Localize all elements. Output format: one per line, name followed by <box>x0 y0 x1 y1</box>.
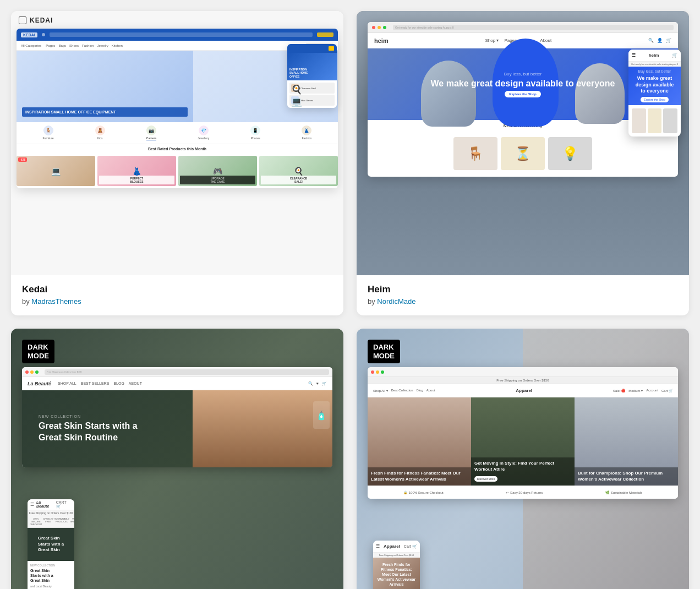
close-dot <box>372 26 375 29</box>
labeaute-darkmode-badge: DARKMODE <box>22 340 54 363</box>
kedai-mobile: KEDAI INSPIRATIONSMALL HOMEOFFICE 🍳 Clea… <box>287 44 337 108</box>
kedai-category-kids[interactable]: 🧸 Kids <box>95 126 105 140</box>
kedai-preview: KEDAI KEDAI All Categories P <box>11 11 343 275</box>
kedai-mobile-product-2: 💻 Xbox Games <box>289 95 335 106</box>
beaute-hero-text-area: NEW COLLECTION Great Skin Starts with a … <box>30 415 324 444</box>
apparel-brand: Apparel <box>516 388 532 393</box>
kedai-nav-dot <box>42 33 45 36</box>
beaute-mobile-hero-text: Great SkinStarts with aGreat Skin <box>38 536 64 553</box>
beaute-hero-text: Great Skin Starts with a Great Skin Rout… <box>39 421 138 444</box>
labeaute-preview: DARKMODE Free Shipping on Orders Over $1… <box>11 329 343 589</box>
kedai-category-phones[interactable]: 📱 Phones <box>250 126 260 140</box>
kedai-category-jewellery[interactable]: 💎 Jewellery <box>198 126 209 140</box>
kedai-product-1[interactable]: -82$ 💻 <box>17 156 95 186</box>
apparel-mobile-nav: ☰ Apparel Cart 🛒 <box>373 541 420 553</box>
apparel-browser-nav: Shop All ▾Best CollectionBlogAbout Appar… <box>368 384 678 397</box>
kedai-logo-text: KEDAI <box>30 17 53 24</box>
beaute-mobile-hero: Great SkinStarts with aGreat Skin <box>28 528 74 561</box>
apparel-mobile-brand: Apparel <box>384 544 400 549</box>
kedai-product-2[interactable]: PERFECTBLOUSES 👗 <box>97 156 176 186</box>
apparel-preview: DARKMODE Free Shipping on Orders Over $1… <box>357 329 689 589</box>
beaute-mobile-title: Great SkinStarts with aGreat Skin <box>30 568 72 583</box>
apparel-mobile-hero-text: Fresh Finds for Fitness Fanatics: Meet O… <box>376 562 417 587</box>
apparel-browser: Free Shipping on Orders Over $150 Shop A… <box>368 367 678 499</box>
apparel-hero-col-2: Get Moving in Style: Find Your Perfect W… <box>471 397 575 486</box>
apparel-darkmode-badge: DARKMODE <box>368 340 400 363</box>
maximize-dot <box>383 26 386 29</box>
beaute-collection-label: NEW COLLECTION <box>39 415 316 418</box>
apparel-hero: Fresh Finds for Fitness Fanatics: Meet O… <box>368 397 678 486</box>
kedai-category-camera[interactable]: 📷 Camera <box>146 126 156 140</box>
kedai-card-info: Kedai by MadrasThemes <box>11 275 343 315</box>
minimize-dot <box>378 26 381 29</box>
apparel-mobile-hero: Fresh Finds for Fitness Fanatics: Meet O… <box>373 558 420 589</box>
heim-title: Heim <box>368 284 678 295</box>
kedai-nav: KEDAI <box>17 29 338 41</box>
kedai-badge-1: -82$ <box>18 157 27 162</box>
beaute-browser-nav: La Beauté SHOP ALLBEST SELLERSBLOGABOUT … <box>22 377 332 390</box>
apparel-badge-returns: ↩Easy 30-days Returns <box>506 490 543 494</box>
heim-author-link[interactable]: NordicMade <box>377 297 415 306</box>
beaute-browser-bar: Free Shipping on Orders Over $100 <box>22 367 332 377</box>
heim-bg: Get ready for our sitewide sale starting… <box>357 11 689 275</box>
beaute-mobile: ☰ La Beauté CART 🛒 Free Shipping on Orde… <box>28 499 74 589</box>
apparel-browser-bar <box>368 367 678 377</box>
beaute-maximize-dot <box>35 370 39 374</box>
beaute-mobile-features: 100% SECURE CHECKOUT CRUELTY FREE SUSTAI… <box>28 516 74 528</box>
apparel-hero-text-2: Get Moving in Style: Find Your Perfect W… <box>474 461 571 472</box>
kedai-mobile-nav: KEDAI <box>287 44 337 53</box>
card-heim[interactable]: Get ready for our sitewide sale starting… <box>357 11 689 315</box>
heim-brand: heim <box>374 37 389 44</box>
heim-card-info: Heim by NordicMade <box>357 275 689 315</box>
beaute-minimize-dot <box>30 370 34 374</box>
kedai-category-fashion[interactable]: 👗 Fashion <box>302 126 311 140</box>
apparel-nav-right: Sale! 🔴Medium ▾AccountCart 🛒 <box>613 389 672 392</box>
heim-author: by NordicMade <box>368 297 678 306</box>
beaute-hero: NEW COLLECTION Great Skin Starts with a … <box>22 390 332 467</box>
beaute-bg: DARKMODE Free Shipping on Orders Over $1… <box>11 329 343 589</box>
apparel-hero-overlay-1: Fresh Finds for Fitness Fanatics: Meet O… <box>368 467 471 486</box>
apparel-mobile-shipping: Free Shipping on Orders Over $150 <box>373 553 420 558</box>
card-apparel[interactable]: DARKMODE Free Shipping on Orders Over $1… <box>357 329 689 589</box>
apparel-mobile: ☰ Apparel Cart 🛒 Free Shipping on Orders… <box>373 541 420 589</box>
kedai-mobile-products: 🍳 Clearance Sale! 💻 Xbox Games <box>287 80 337 108</box>
heim-hero-text: We make great design available to everyo… <box>431 79 615 89</box>
kedai-product-3[interactable]: UPGRADETHE GAME 🎮 <box>178 156 257 186</box>
heim-subtext: Buy less, but better <box>504 72 542 77</box>
beaute-mobile-subtitle: and Local Beauty <box>30 585 72 588</box>
kedai-author-link[interactable]: MadrasThemes <box>31 297 81 306</box>
beaute-mobile-section-label: NEW COLLECTION <box>30 564 72 567</box>
kedai-mobile-product-info-1: Clearance Sale! <box>300 87 316 90</box>
kedai-mobile-product-img-2: 💻 <box>291 96 299 104</box>
kedai-title: Kedai <box>22 284 332 295</box>
apparel-hero-col-3: Built for Champions: Shop Our Premium Wo… <box>575 397 678 486</box>
kedai-product-4[interactable]: CLEARANCESALE! 🍳 <box>259 156 338 186</box>
beaute-browser: Free Shipping on Orders Over $100 La Bea… <box>22 367 332 467</box>
beaute-brand: La Beauté <box>28 381 51 386</box>
kedai-mobile-product-img-1: 🍳 <box>291 84 299 92</box>
kedai-category-furniture[interactable]: 🪑 Furniture <box>43 126 54 140</box>
heim-preview: Get ready for our sitewide sale starting… <box>357 11 689 275</box>
kedai-logo-icon <box>19 17 26 24</box>
apparel-minimize-dot <box>376 370 379 374</box>
kedai-nav-bar <box>50 32 313 37</box>
heim-hero-btn[interactable]: Explore the Shop <box>505 91 540 97</box>
theme-grid: KEDAI KEDAI All Categories P <box>11 11 689 589</box>
kedai-hero-text: INSPIRATION SMALL HOME OFFICE EQUIPMENT <box>22 107 188 117</box>
apparel-maximize-dot <box>381 370 384 374</box>
apparel-badge-secure: 🔒100% Secure Checkout <box>403 490 444 494</box>
beaute-mobile-shipping: Free Shipping on Orders Over $100 <box>28 510 74 516</box>
heim-mobile-product-3 <box>663 108 677 133</box>
apparel-hero-overlay-2: Get Moving in Style: Find Your Perfect W… <box>471 457 575 486</box>
kedai-author: by MadrasThemes <box>22 297 332 306</box>
apparel-hero-text-3: Built for Champions: Shop Our Premium Wo… <box>578 471 675 482</box>
apparel-close-dot <box>371 370 374 374</box>
card-kedai[interactable]: KEDAI KEDAI All Categories P <box>11 11 343 315</box>
kedai-best-rated-label: Best Rated Products this Month <box>17 144 338 154</box>
apparel-discover-btn[interactable]: Discover More <box>474 476 497 482</box>
kedai-products: -82$ 💻 PERFECTBLOUSES 👗 UPGRADETHE GAME … <box>17 154 338 188</box>
apparel-bg: DARKMODE Free Shipping on Orders Over $1… <box>357 329 689 589</box>
card-labeaute[interactable]: DARKMODE Free Shipping on Orders Over $1… <box>11 329 343 589</box>
beaute-mobile-content: NEW COLLECTION Great SkinStarts with aGr… <box>28 561 74 589</box>
beaute-close-dot <box>25 370 29 374</box>
